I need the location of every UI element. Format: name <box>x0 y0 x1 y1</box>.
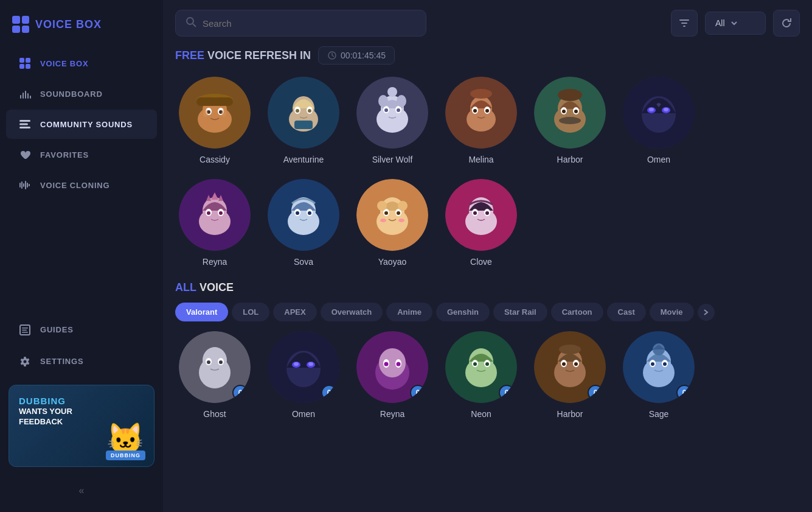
sidebar-item-settings[interactable]: SETTINGS <box>6 347 157 376</box>
sidebar-item-voice-cloning[interactable]: VOICE CLONING <box>6 170 157 200</box>
settings-icon <box>18 355 32 368</box>
free-label: FREE <box>175 49 204 61</box>
voice-card-harbor[interactable]: Harbor <box>530 77 609 164</box>
lock-badge-omen2 <box>321 385 337 401</box>
app-logo[interactable]: VOICE BOX <box>0 10 163 47</box>
svg-rect-20 <box>22 329 27 331</box>
svg-point-147 <box>485 362 489 366</box>
search-input[interactable] <box>203 18 416 29</box>
svg-point-41 <box>221 110 226 117</box>
voice-card-aventurine[interactable]: Aventurine <box>264 77 343 164</box>
category-tab-cast[interactable]: Cast <box>607 303 646 321</box>
category-tab-anime[interactable]: Anime <box>386 303 432 321</box>
lock-badge-ghost <box>232 385 248 401</box>
voice-card-yaoyao[interactable]: Yaoyao <box>353 179 432 267</box>
feedback-banner[interactable]: DUBBING WANTS YOUR FEEDBACK 🐱 DUBBING <box>9 385 154 467</box>
svg-point-110 <box>398 219 404 222</box>
nav-label-soundboard: SOUNDBOARD <box>40 89 103 99</box>
voice-name-yaoyao: Yaoyao <box>378 257 406 267</box>
svg-line-30 <box>332 55 334 57</box>
logo-text: VOICE BOX <box>35 18 102 31</box>
voice-name-reyna: Reyna <box>203 257 227 267</box>
voice-name-aventurine: Aventurine <box>283 155 324 164</box>
nav-label-voicebox: VOICE BOX <box>40 59 88 68</box>
voice-card-melina[interactable]: Melina <box>442 77 521 164</box>
voice-card-locked-brown[interactable]: Harbor <box>530 331 609 419</box>
svg-point-123 <box>207 360 210 364</box>
svg-point-107 <box>377 201 387 211</box>
filter-icon-button[interactable] <box>671 10 698 37</box>
svg-rect-21 <box>22 332 28 333</box>
collapse-button[interactable]: « <box>0 479 163 502</box>
voice-name-locked-blue: Sage <box>649 409 669 419</box>
voice-name-locked-brown: Harbor <box>557 409 583 419</box>
all-voice-title: ALL VOICE <box>175 281 800 294</box>
svg-point-23 <box>187 18 193 24</box>
voice-card-cassidy[interactable]: Cassidy <box>175 77 254 164</box>
voice-card-omen[interactable]: Omen <box>619 77 698 164</box>
svg-point-124 <box>219 360 223 364</box>
svg-rect-12 <box>19 183 21 188</box>
svg-point-56 <box>397 108 400 112</box>
sidebar-nav: VOICE BOX SOUNDBOARD <box>0 47 163 201</box>
sidebar-item-voice-box[interactable]: VOICE BOX <box>6 49 157 78</box>
svg-point-156 <box>559 345 581 354</box>
svg-rect-9 <box>19 120 30 122</box>
svg-rect-5 <box>23 93 24 99</box>
svg-point-139 <box>397 362 401 366</box>
voice-card-locked-ghost[interactable]: Ghost <box>175 331 254 419</box>
voice-card-reyna[interactable]: Reyna <box>175 179 254 267</box>
feedback-badge: DUBBING <box>106 451 145 460</box>
svg-rect-166 <box>682 393 686 396</box>
svg-point-138 <box>384 362 389 366</box>
sidebar-item-community-sounds[interactable]: COMMUNITY SOUNDS <box>6 110 157 139</box>
voice-card-clove[interactable]: Clove <box>442 179 521 267</box>
voice-name-harbor: Harbor <box>557 155 583 164</box>
category-tab-cartoon[interactable]: Cartoon <box>551 303 603 321</box>
sidebar: VOICE BOX VOICE BOX <box>0 0 163 512</box>
svg-rect-157 <box>594 393 597 396</box>
category-arrow-button[interactable] <box>698 304 715 321</box>
nav-label-voice-cloning: VOICE CLONING <box>40 181 109 190</box>
svg-point-131 <box>308 362 313 366</box>
sidebar-item-soundboard[interactable]: SOUNDBOARD <box>6 79 157 108</box>
sidebar-item-guides[interactable]: GUIDES <box>6 315 157 345</box>
voice-card-locked-omen2[interactable]: Omen <box>264 331 343 419</box>
voice-card-locked-neon[interactable]: Neon <box>442 331 521 419</box>
lock-badge-reyna2 <box>410 385 426 401</box>
svg-point-146 <box>473 362 477 366</box>
category-tab-starrail[interactable]: Star Rail <box>493 303 547 321</box>
svg-point-109 <box>380 219 386 222</box>
search-box[interactable] <box>175 10 426 37</box>
sidebar-item-favorites[interactable]: FAVORITES <box>6 140 157 169</box>
svg-rect-10 <box>19 124 28 125</box>
category-tab-lol[interactable]: LOL <box>232 303 269 321</box>
voice-card-silverwolf[interactable]: Silver Wolf <box>353 77 432 164</box>
category-tab-overwatch[interactable]: Overwatch <box>321 303 383 321</box>
svg-point-22 <box>24 360 27 363</box>
svg-rect-8 <box>30 96 31 99</box>
svg-point-105 <box>384 211 388 215</box>
voice-name-cassidy: Cassidy <box>200 155 230 164</box>
svg-rect-0 <box>19 58 24 63</box>
svg-rect-14 <box>23 183 24 187</box>
voice-card-locked-reyna2[interactable]: Reyna <box>353 331 432 419</box>
voice-name-locked-omen2: Omen <box>292 409 315 419</box>
category-tab-movie[interactable]: Movie <box>650 303 694 321</box>
free-refresh-banner: FREE VOICE REFRESH IN 00:01:45:45 <box>175 46 800 65</box>
svg-point-135 <box>379 348 406 377</box>
voice-card-sova[interactable]: Sova <box>264 179 343 267</box>
main-content: All FREE VOICE REFRESH IN <box>163 0 812 512</box>
feedback-line2: WANTS YOUR <box>19 407 144 417</box>
favorites-icon <box>18 148 32 161</box>
filter-dropdown[interactable]: All <box>705 12 766 35</box>
refresh-button[interactable] <box>773 10 800 37</box>
category-tab-genshin[interactable]: Genshin <box>436 303 490 321</box>
svg-point-65 <box>473 109 477 113</box>
svg-rect-125 <box>238 393 242 396</box>
category-tab-valorant[interactable]: Valorant <box>175 303 228 321</box>
category-tab-apex[interactable]: APEX <box>273 303 316 321</box>
svg-rect-15 <box>25 181 26 189</box>
svg-point-164 <box>663 362 667 366</box>
voice-card-locked-blue[interactable]: Sage <box>619 331 698 419</box>
